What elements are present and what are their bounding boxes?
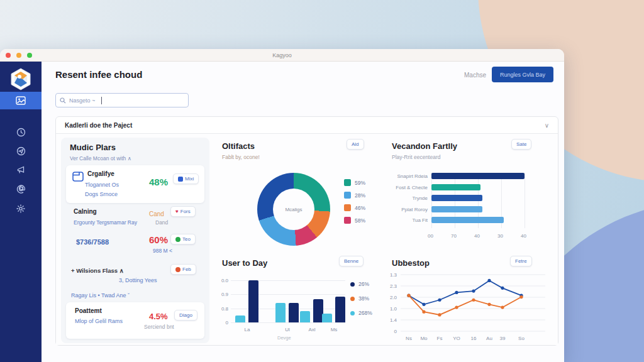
window-title: Kagyoo <box>0 52 564 58</box>
grid-line <box>231 322 345 323</box>
row4-link[interactable]: 3, Dotting Yees <box>119 277 157 283</box>
sidebar-item-settings[interactable] <box>0 201 42 216</box>
legend-item: 59% <box>344 179 365 186</box>
svg-text:2.3: 2.3 <box>390 283 397 289</box>
legend-item: 28% <box>344 192 365 199</box>
row2-suffix: Dand <box>155 219 168 226</box>
sidebar-item-mentions[interactable] <box>0 181 42 196</box>
svg-text:0: 0 <box>394 329 397 334</box>
donut-legend: 59%28%46%58% <box>344 179 365 224</box>
chip-label: Sate <box>516 141 526 147</box>
svg-text:16: 16 <box>471 336 477 341</box>
payment-line: Mlop of Gelil Rams <box>75 318 123 324</box>
green-circle-icon <box>175 237 180 242</box>
users-chart-legend: 26%38%268% <box>350 281 372 316</box>
row2-button[interactable]: ♥ Fors <box>170 206 196 217</box>
plan-item-button[interactable]: Mixi <box>173 173 199 184</box>
payment-metric: 4.5% <box>149 312 168 321</box>
send-icon <box>16 146 26 156</box>
payment-sub: Serciend bnt <box>144 324 174 330</box>
payment-card[interactable]: Poattemt Mlop of Gelil Rams 4.5% Sercien… <box>66 302 204 339</box>
legend-item: 38% <box>350 295 372 302</box>
legend-swatch <box>350 282 355 287</box>
heart-icon: ♥ <box>175 209 179 214</box>
primary-action-button[interactable]: Rungles Gvla Bay <box>492 67 553 82</box>
y-tick-label: 0.8 <box>214 306 228 312</box>
chip-label: Fetre <box>515 258 527 264</box>
svg-text:1.4: 1.4 <box>390 317 397 323</box>
line-chart-title: Ubbestop <box>392 258 430 268</box>
donut-chart-subtitle: Fablt by, ocone! <box>222 154 260 160</box>
row3-sub: 988 M < <box>153 248 172 254</box>
search-icon <box>60 97 66 104</box>
sidebar-item-announcements[interactable] <box>0 162 42 177</box>
horizontal-bar-chart: 0070403040Snapirt RdeiaFost & ChecteTryn… <box>392 169 553 243</box>
section-header[interactable]: Kadlerli doe the Paject ∨ <box>56 117 558 134</box>
shield-icon <box>178 177 183 182</box>
svg-text:39: 39 <box>500 336 506 341</box>
section-title: Kadlerli doe the Paject <box>65 122 132 129</box>
chip-label: Teo <box>182 236 191 242</box>
legend-item: 268% <box>350 310 372 316</box>
legend-label: 58% <box>355 217 365 224</box>
legend-swatch <box>344 192 351 199</box>
search-input[interactable]: Nasgeto ~ <box>55 93 189 107</box>
plan-item-line2: Dogs Srnoce <box>85 191 118 197</box>
line-panel-button[interactable]: Fetre <box>510 256 532 266</box>
x-tick-label: 00 <box>428 233 433 239</box>
chevron-down-icon[interactable]: ∨ <box>545 122 549 129</box>
payment-title: Poattemt <box>75 307 102 314</box>
donut-panel-button[interactable]: Ald <box>347 139 364 150</box>
y-tick-label: 0.0 <box>214 278 228 283</box>
bar <box>275 303 286 322</box>
chip-label: Fors <box>180 209 191 214</box>
legend-swatch <box>350 297 355 301</box>
vacation-chart-subtitle: Play-Rrit eecenteard <box>392 154 440 160</box>
vacation-panel-button[interactable]: Sate <box>511 139 531 150</box>
legend-item: 26% <box>350 281 372 287</box>
bar-category-label: Pplat Roroy <box>392 207 428 212</box>
megaphone-icon <box>16 165 26 175</box>
users-panel-button[interactable]: Benne <box>339 256 364 266</box>
app-window: Kagyoo <box>0 49 564 362</box>
x-tick-label: 40 <box>521 233 526 239</box>
text-cursor <box>101 97 102 104</box>
payment-button[interactable]: Diago <box>174 310 197 321</box>
footer-links[interactable]: Ragay Lis • Twad Ane ˇ <box>71 292 130 299</box>
users-chart-title: User to Day <box>222 258 267 268</box>
window-titlebar[interactable]: Kagyoo <box>0 49 564 62</box>
svg-text:Au: Au <box>486 336 492 341</box>
sidebar-item-send[interactable] <box>0 143 42 158</box>
red-circle-icon <box>175 267 180 272</box>
legend-label: 59% <box>355 180 365 186</box>
section-panel: Kadlerli doe the Paject ∨ Mudic Plars Ve… <box>55 116 558 346</box>
sidebar-item-dashboard[interactable] <box>0 92 42 109</box>
header-menu-label[interactable]: Machse <box>464 72 486 79</box>
svg-text:1.0: 1.0 <box>390 306 397 312</box>
line-chart: 1.32.32.01.01.40NsMoFsYO16Au39So <box>384 271 553 344</box>
svg-text:So: So <box>518 336 525 341</box>
legend-swatch <box>344 217 351 224</box>
bar <box>431 217 504 223</box>
bar <box>431 206 482 212</box>
legend-swatch <box>350 311 355 315</box>
row4-title[interactable]: + Wilsions Flass ∧ <box>71 267 124 274</box>
legend-swatch <box>344 204 351 211</box>
sidebar-item-history[interactable] <box>0 124 42 140</box>
clock-icon <box>16 128 26 137</box>
at-icon <box>16 184 26 194</box>
sidebar <box>0 62 42 362</box>
plans-title: Mudic Plars <box>70 143 116 152</box>
x-tick-label: 40 <box>474 233 480 239</box>
row3-metric: 60% <box>149 234 168 245</box>
plans-subtitle[interactable]: Ver Calle Mcoan ot with ∧ <box>70 155 131 162</box>
x-tick-label: Ul <box>280 327 295 332</box>
x-tick-label: 30 <box>497 233 503 239</box>
plan-item-card[interactable]: Crgalifye Tlogannet Os Dogs Srnoce 48% M… <box>66 165 204 203</box>
row4-button[interactable]: Feb <box>170 264 196 275</box>
chip-label: Benne <box>344 258 358 264</box>
bar <box>322 314 332 322</box>
plan-item-title: Crgalifye <box>87 170 114 177</box>
row3-button[interactable]: Teo <box>170 234 196 244</box>
app-logo-icon[interactable] <box>10 68 31 90</box>
